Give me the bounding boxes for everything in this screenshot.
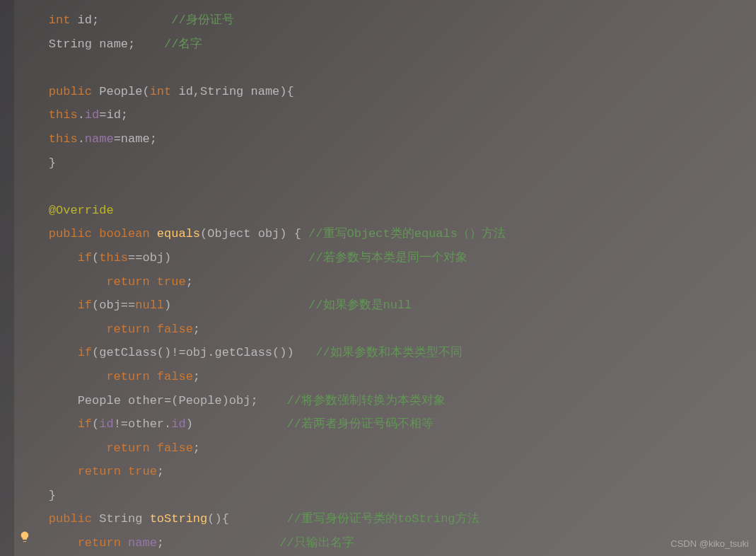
method-name: toString — [150, 512, 208, 526]
keyword: return — [106, 275, 149, 289]
keyword: public — [49, 512, 92, 526]
keyword: false — [157, 323, 193, 336]
keyword: if — [78, 417, 92, 431]
type: String — [49, 37, 92, 51]
keyword: return — [78, 465, 121, 478]
code-line: return false; — [14, 436, 756, 461]
comment: //重写身份证号类的toString方法 — [287, 512, 479, 526]
keyword: return — [106, 370, 149, 383]
comment: //若参数与本类是同一个对象 — [308, 251, 467, 265]
keyword: false — [157, 370, 193, 383]
comment: //重写Object类的equals（）方法 — [308, 227, 506, 241]
gutter — [0, 0, 14, 556]
intention-bulb-icon[interactable] — [18, 531, 31, 543]
keyword: if — [78, 251, 92, 265]
brace: } — [49, 156, 56, 170]
comment: //只输出名字 — [279, 536, 354, 550]
type: String — [99, 512, 142, 526]
code-line: } — [14, 484, 756, 508]
code-line: return true; — [14, 270, 756, 294]
field: id — [99, 417, 113, 431]
comment: //身份证号 — [171, 13, 233, 27]
keyword: if — [78, 299, 92, 312]
keyword: int — [49, 13, 71, 27]
code-line: int id; //身份证号 — [14, 8, 756, 33]
comment: //如果参数和本类类型不同 — [315, 346, 462, 359]
keyword: this — [99, 251, 128, 265]
code-line: if(id!=other.id) //若两者身份证号码不相等 — [14, 412, 756, 436]
method-name: equals — [157, 227, 200, 241]
keyword: null — [135, 299, 164, 312]
comment: //如果参数是null — [308, 299, 412, 312]
code-line — [14, 175, 756, 199]
code-line: return false; — [14, 365, 756, 389]
field: name — [128, 536, 157, 550]
comment: //将参数强制转换为本类对象 — [286, 394, 445, 407]
keyword: public — [49, 227, 92, 241]
keyword: this — [49, 108, 78, 122]
comment: //若两者身份证号码不相等 — [287, 417, 434, 431]
code-line: if(this==obj) //若参数与本类是同一个对象 — [14, 246, 756, 270]
code-line: if(getClass()!=obj.getClass()) //如果参数和本类… — [14, 341, 756, 365]
code-line: People other=(People)obj; //将参数强制转换为本类对象 — [14, 389, 756, 413]
keyword: boolean — [99, 227, 149, 241]
code-line: public People(int id,String name){ — [14, 80, 756, 104]
code-line: return false; — [14, 318, 756, 342]
code-line: this.id=id; — [14, 103, 756, 127]
type: String — [200, 85, 243, 98]
keyword: true — [157, 275, 186, 289]
keyword: true — [128, 465, 157, 478]
identifier: name; — [92, 37, 135, 51]
code-area[interactable]: int id; //身份证号 String name; //名字 public … — [14, 0, 756, 555]
code-editor[interactable]: int id; //身份证号 String name; //名字 public … — [0, 0, 756, 556]
watermark: CSDN @kiko_tsuki — [670, 538, 749, 549]
code-line: public String toString(){ //重写身份证号类的toSt… — [14, 507, 756, 531]
keyword: this — [49, 132, 78, 146]
class-name: People — [99, 85, 142, 98]
keyword: if — [78, 346, 92, 359]
field: id — [85, 108, 99, 122]
code-line: String name; //名字 — [14, 33, 756, 57]
code-line: return name; //只输出名字 — [14, 531, 756, 555]
code-line: this.name=name; — [14, 127, 756, 151]
brace: } — [49, 489, 56, 502]
code-line — [14, 56, 756, 80]
keyword: public — [49, 85, 92, 98]
code-line: @Override — [14, 199, 756, 223]
identifier: id; — [70, 13, 99, 27]
keyword: return — [106, 441, 149, 455]
keyword: return — [78, 536, 121, 550]
comment: //名字 — [164, 37, 202, 51]
keyword: int — [150, 85, 172, 98]
code-line: public boolean equals(Object obj) { //重写… — [14, 222, 756, 246]
keyword: false — [157, 441, 193, 455]
code-line: if(obj==null) //如果参数是null — [14, 294, 756, 318]
annotation: @Override — [49, 204, 114, 217]
code-line: } — [14, 151, 756, 175]
code-line: return true; — [14, 460, 756, 484]
keyword: return — [106, 323, 149, 336]
field: id — [171, 417, 185, 431]
field: name — [85, 132, 114, 146]
